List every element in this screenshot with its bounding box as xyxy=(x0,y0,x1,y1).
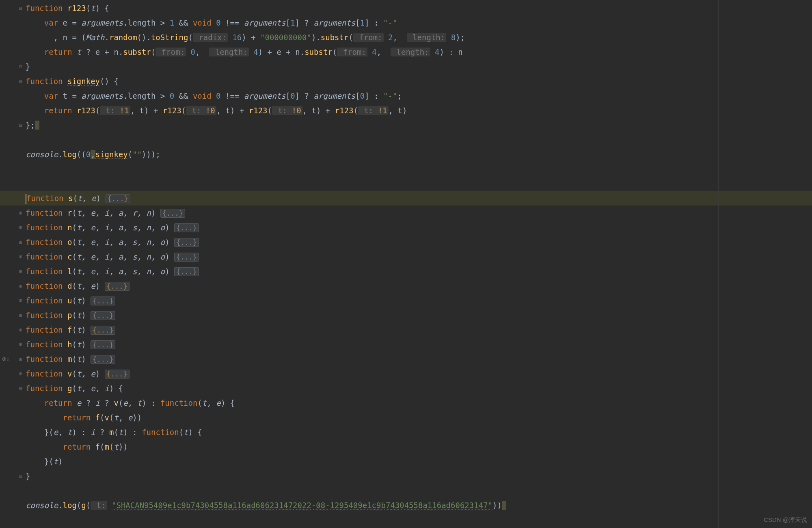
fold-closed-icon[interactable]: ⊞ xyxy=(19,279,22,293)
inlay-hint: from: xyxy=(337,48,367,56)
fold-column[interactable]: ⊟ ⊟ ⊟ ⊟ ⊞ ⊞ ⊞ ⊞ ⊞ ⊞ ⊞ ⊞ ⊞ ⊞ ⊞ ⊞ ⊞ ⊟ ⊟ xyxy=(18,0,26,528)
code-line[interactable]: console.log((0,signkey(""))); xyxy=(26,147,812,162)
fold-placeholder[interactable]: {...} xyxy=(91,340,115,349)
code-line[interactable]: function v(t, e) {...} xyxy=(26,366,812,381)
inlay-hint: from: xyxy=(155,48,186,56)
code-line[interactable]: function g(t, e, i) { xyxy=(26,381,812,396)
fold-closed-icon[interactable]: ⊞ xyxy=(19,337,22,352)
code-line[interactable]: console.log(g( t: "SHACAN95409e1c9b74304… xyxy=(26,498,812,513)
code-line[interactable]: function c(t, e, i, a, s, n, o) {...} xyxy=(26,249,812,264)
fold-placeholder[interactable]: {...} xyxy=(174,253,199,262)
code-line[interactable]: function p(t) {...} xyxy=(26,308,812,322)
code-line[interactable]: } xyxy=(26,59,812,74)
code-line[interactable]: function l(t, e, i, a, s, n, o) {...} xyxy=(26,264,812,279)
code-line[interactable]: function r(t, e, i, a, r, n) {...} xyxy=(26,206,812,220)
fold-placeholder[interactable]: {...} xyxy=(105,282,130,291)
fold-closed-icon[interactable]: ⊞ xyxy=(19,366,22,381)
fold-open-icon[interactable]: ⊟ xyxy=(19,74,22,89)
fold-placeholder[interactable]: {...} xyxy=(106,194,130,203)
code-line[interactable] xyxy=(26,483,812,498)
fold-placeholder[interactable]: {...} xyxy=(91,296,115,305)
code-line[interactable]: return e ? i ? v(e, t) : function(t, e) … xyxy=(26,396,812,410)
code-line[interactable]: function o(t, e, i, a, s, n, o) {...} xyxy=(26,235,812,249)
code-line[interactable]: function u(t) {...} xyxy=(26,293,812,308)
code-editor[interactable]: ◎↓ ⊟ ⊟ ⊟ ⊟ ⊞ ⊞ ⊞ ⊞ ⊞ ⊞ ⊞ ⊞ ⊞ ⊞ ⊞ ⊞ ⊞ ⊟ ⊟… xyxy=(0,0,812,528)
method-separator-icon: ◎↓ xyxy=(2,355,10,362)
fold-placeholder[interactable]: {...} xyxy=(105,370,130,379)
watermark-text: CSDN @浑天说 xyxy=(764,516,807,524)
code-line-current[interactable]: function s(t, e) {...} xyxy=(26,191,812,206)
fold-placeholder[interactable]: {...} xyxy=(174,267,199,276)
code-line[interactable] xyxy=(26,132,812,147)
fold-placeholder[interactable]: {...} xyxy=(91,311,115,320)
fold-closed-icon[interactable]: ⊞ xyxy=(19,264,22,279)
fold-closed-icon[interactable]: ⊞ xyxy=(19,293,22,308)
code-line[interactable]: return f(m(t)) xyxy=(26,439,812,454)
code-line[interactable]: function h(t) {...} xyxy=(26,337,812,352)
fold-closed-icon[interactable]: ⊞ xyxy=(19,322,22,337)
fold-closed-icon[interactable]: ⊞ xyxy=(19,235,22,249)
inlay-hint: radix: xyxy=(193,33,228,42)
inlay-hint: t: !0 xyxy=(186,106,216,115)
fold-placeholder[interactable]: {...} xyxy=(160,209,185,218)
code-line[interactable]: , n = (Math.random().toString( radix: 16… xyxy=(26,30,812,45)
fold-closed-icon[interactable]: ⊞ xyxy=(19,249,22,264)
fold-placeholder[interactable]: {...} xyxy=(174,223,199,232)
fold-placeholder[interactable]: {...} xyxy=(174,238,199,247)
fold-close-icon[interactable]: ⊟ xyxy=(19,59,22,74)
code-area[interactable]: function r123(t) { var e = arguments.len… xyxy=(26,0,812,528)
fold-closed-icon[interactable]: ⊞ xyxy=(19,220,22,235)
code-line[interactable]: }(t) xyxy=(26,454,812,469)
inlay-hint: from: xyxy=(353,33,384,42)
fold-close-icon[interactable]: ⊟ xyxy=(19,469,22,483)
fold-closed-icon[interactable]: ⊞ xyxy=(19,206,22,220)
code-line[interactable]: function n(t, e, i, a, s, n, o) {...} xyxy=(26,220,812,235)
code-line[interactable]: }; xyxy=(26,118,812,132)
code-line[interactable] xyxy=(26,176,812,191)
code-line[interactable]: return f(v(t, e)) xyxy=(26,410,812,425)
inlay-hint: length: xyxy=(209,48,249,56)
code-line[interactable]: }(e, t) : i ? m(t) : function(t) { xyxy=(26,425,812,439)
fold-open-icon[interactable]: ⊟ xyxy=(19,1,22,15)
fold-closed-icon[interactable]: ⊞ xyxy=(19,352,22,366)
code-line[interactable]: return t ? e + n.substr( from: 0, length… xyxy=(26,45,812,59)
code-line[interactable]: var e = arguments.length > 1 && void 0 !… xyxy=(26,15,812,30)
fold-closed-icon[interactable]: ⊞ xyxy=(19,308,22,322)
code-line[interactable]: var t = arguments.length > 0 && void 0 !… xyxy=(26,89,812,103)
fold-open-icon[interactable]: ⊟ xyxy=(19,381,22,396)
fold-placeholder[interactable]: {...} xyxy=(91,355,115,364)
right-margin-guide xyxy=(718,0,719,528)
inlay-hint: t: !0 xyxy=(272,106,302,115)
inlay-hint: t: !1 xyxy=(100,106,130,115)
code-line[interactable]: } xyxy=(26,469,812,483)
inlay-hint: length: xyxy=(407,33,447,42)
code-line[interactable]: function r123(t) { xyxy=(26,1,812,15)
inlay-hint: t: !1 xyxy=(358,106,389,115)
inlay-hint: length: xyxy=(391,48,430,56)
code-line[interactable]: function f(t) {...} xyxy=(26,322,812,337)
fold-placeholder[interactable]: {...} xyxy=(91,326,115,335)
code-line[interactable]: function m(t) {...} xyxy=(26,352,812,366)
code-line[interactable]: return r123( t: !1, t) + r123( t: !0, t)… xyxy=(26,103,812,118)
code-line[interactable]: function signkey() { xyxy=(26,74,812,89)
code-line[interactable]: function d(t, e) {...} xyxy=(26,279,812,293)
code-line[interactable] xyxy=(26,162,812,176)
inlay-hint: t: xyxy=(91,501,107,510)
fold-close-icon[interactable]: ⊟ xyxy=(19,118,22,132)
gutter: ◎↓ xyxy=(0,0,18,528)
